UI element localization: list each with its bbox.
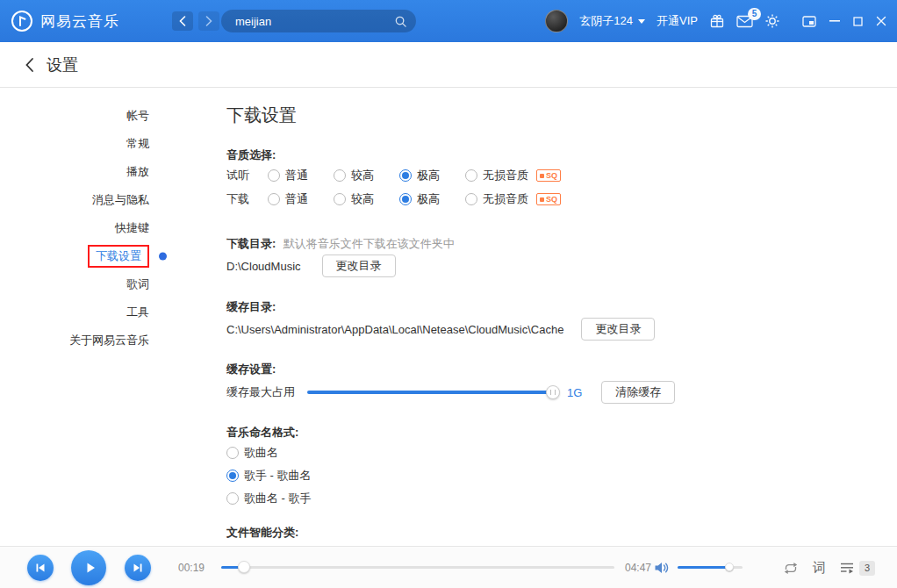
- back-button[interactable]: [172, 11, 193, 31]
- cache-dir-label: 缓存目录:: [226, 299, 276, 315]
- download-dir-header: 下载目录: 默认将音乐文件下载在该文件夹中: [226, 235, 455, 252]
- mini-mode-icon[interactable]: [802, 16, 816, 27]
- avatar[interactable]: [545, 10, 568, 32]
- annotation-highlight-box: 下载设置: [88, 245, 149, 268]
- radio-download-lossless[interactable]: 无损音质: [465, 191, 528, 207]
- sidebar-item-account[interactable]: 帐号: [0, 102, 167, 130]
- radio-naming-song[interactable]: 歌曲名: [226, 445, 278, 461]
- radio-circle: [268, 193, 280, 205]
- sidebar-item-playback[interactable]: 播放: [0, 158, 167, 186]
- volume-slider[interactable]: [678, 566, 743, 569]
- radio-circle: [226, 470, 239, 482]
- topbar-right: 玄阴子124 开通VIP 5: [545, 0, 886, 42]
- radio-circle: [334, 169, 346, 182]
- radio-circle: [399, 169, 412, 182]
- search-box[interactable]: [221, 10, 416, 32]
- radio-listen-lossless[interactable]: 无损音质: [465, 168, 528, 183]
- download-dir-path: D:\CloudMusic: [226, 260, 301, 273]
- cache-slider-knob[interactable]: [546, 385, 560, 399]
- page-header: 设置: [0, 42, 897, 88]
- radio-circle: [268, 169, 280, 182]
- playlist-count-badge[interactable]: 3: [859, 561, 875, 576]
- sidebar-item-about[interactable]: 关于网易云音乐: [0, 326, 167, 355]
- cache-settings-label: 缓存设置:: [226, 362, 276, 377]
- radio-circle: [465, 193, 477, 205]
- cache-dir-row: C:\Users\Administrator\AppData\Local\Net…: [226, 318, 655, 341]
- sidebar-item-tools[interactable]: 工具: [0, 298, 167, 326]
- radio-label: 无损音质: [483, 191, 528, 207]
- radio-circle: [226, 492, 239, 505]
- naming-option-row: 歌手 - 歌曲名: [226, 468, 337, 484]
- playlist-icon[interactable]: [840, 562, 854, 574]
- maximize-button[interactable]: [853, 17, 863, 26]
- volume-fill: [678, 566, 730, 569]
- radio-naming-song-artist[interactable]: 歌曲名 - 歌手: [226, 491, 312, 506]
- clear-cache-button[interactable]: 清除缓存: [601, 381, 675, 404]
- back-arrow-icon[interactable]: [25, 57, 34, 73]
- lyrics-button[interactable]: 词: [813, 560, 826, 577]
- radio-label: 极高: [417, 191, 440, 207]
- forward-button[interactable]: [198, 11, 219, 31]
- radio-label: 普通: [285, 168, 308, 183]
- previous-track-button[interactable]: [27, 555, 54, 581]
- cache-size-label: 缓存最大占用: [226, 384, 295, 400]
- cache-size-value: 1G: [567, 386, 582, 399]
- progress-bar[interactable]: [221, 566, 614, 569]
- radio-label: 较高: [351, 191, 374, 207]
- radio-label: 歌手 - 歌曲名: [244, 468, 312, 484]
- sq-vip-badge: SQ: [536, 169, 561, 182]
- change-download-dir-button[interactable]: 更改目录: [322, 255, 396, 277]
- section-title: 下载设置: [226, 104, 297, 127]
- radio-circle: [465, 169, 477, 182]
- volume-knob[interactable]: [725, 563, 734, 571]
- search-input[interactable]: [233, 14, 394, 29]
- minimize-button[interactable]: [829, 20, 840, 22]
- mail-button[interactable]: 5: [736, 15, 753, 28]
- vip-link[interactable]: 开通VIP: [657, 13, 698, 29]
- sidebar-item-shortcuts[interactable]: 快捷键: [0, 214, 167, 242]
- radio-download-standard[interactable]: 普通: [268, 191, 308, 207]
- current-time: 00:19: [178, 562, 205, 574]
- play-button[interactable]: [71, 550, 106, 585]
- history-nav: [172, 11, 219, 31]
- radio-listen-standard[interactable]: 普通: [268, 168, 308, 183]
- selection-dot: [159, 253, 167, 261]
- close-button[interactable]: [876, 16, 886, 26]
- quality-row-download: 下载 普通 较高 极高 无损音质 SQ: [226, 191, 561, 207]
- logo-icon: [11, 10, 33, 32]
- naming-option-row: 歌曲名: [226, 445, 304, 461]
- radio-naming-artist-song[interactable]: 歌手 - 歌曲名: [226, 468, 312, 484]
- user-menu[interactable]: 玄阴子124: [579, 13, 645, 29]
- app-logo[interactable]: 网易云音乐: [11, 0, 119, 42]
- quality-row-listen: 试听 普通 较高 极高 无损音质 SQ: [226, 168, 561, 183]
- total-time: 04:47: [625, 562, 651, 574]
- app-title: 网易云音乐: [40, 11, 119, 32]
- sidebar-item-general[interactable]: 常规: [0, 130, 167, 158]
- cache-dir-path: C:\Users\Administrator\AppData\Local\Net…: [226, 323, 563, 336]
- change-cache-dir-button[interactable]: 更改目录: [581, 318, 655, 341]
- sidebar-item-download-settings[interactable]: 下载设置: [0, 242, 167, 270]
- settings-icon[interactable]: [764, 13, 780, 29]
- progress-knob[interactable]: [238, 561, 250, 573]
- sidebar-item-lyrics[interactable]: 歌词: [0, 270, 167, 298]
- gift-icon[interactable]: [709, 13, 725, 29]
- repeat-icon[interactable]: [783, 562, 799, 575]
- page-title: 设置: [47, 54, 78, 75]
- radio-listen-extreme[interactable]: 极高: [399, 168, 440, 183]
- search-icon[interactable]: [394, 15, 407, 28]
- sidebar-item-privacy[interactable]: 消息与隐私: [0, 186, 167, 214]
- radio-listen-higher[interactable]: 较高: [334, 168, 374, 183]
- volume-icon[interactable]: [654, 562, 670, 577]
- quality-row-name: 试听: [226, 168, 268, 183]
- radio-download-higher[interactable]: 较高: [334, 191, 374, 207]
- username: 玄阴子124: [579, 13, 633, 29]
- cache-settings-row: 缓存最大占用 1G 清除缓存: [226, 381, 675, 404]
- chevron-down-icon: [638, 19, 645, 24]
- radio-download-extreme[interactable]: 极高: [399, 191, 440, 207]
- cache-size-slider[interactable]: [307, 391, 553, 394]
- radio-label: 极高: [417, 168, 440, 183]
- naming-format-label: 音乐命名格式:: [226, 425, 298, 441]
- radio-label: 歌曲名: [244, 445, 278, 461]
- player-bar: 00:19 04:47 词 3: [0, 546, 897, 588]
- next-track-button[interactable]: [125, 555, 151, 581]
